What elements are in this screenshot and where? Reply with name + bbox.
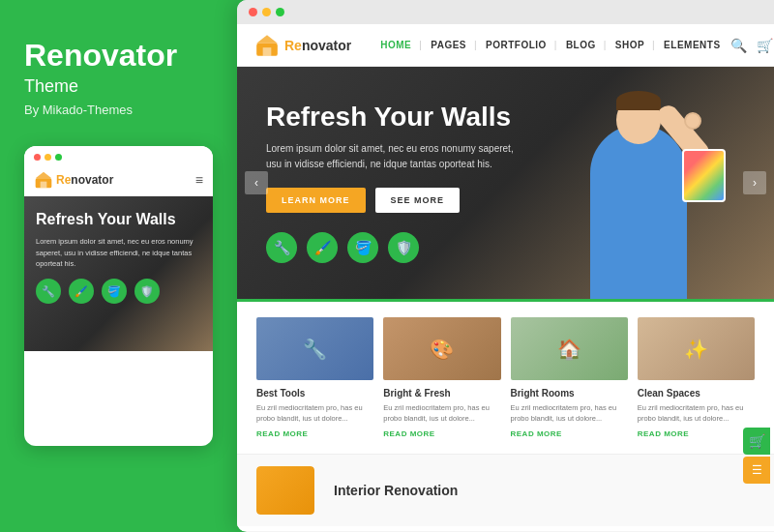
mobile-icon-tools: 🔧 [36,279,61,304]
nav-item-pages[interactable]: PAGES [421,40,476,50]
card-bright-fresh: 🎨 Bright & Fresh Eu zril mediocritatem p… [383,317,500,438]
left-panel: Renovator Theme By Mikado-Themes Renovat… [0,0,237,532]
desktop-site: Renovator HOME PAGES PORTFOLIO BLOG SHOP… [237,24,774,531]
card-link-clean-spaces[interactable]: READ MORE [638,429,755,438]
hero-content: Refresh Your Walls Lorem ipsum dolor sit… [237,74,547,293]
mobile-menu-icon[interactable]: ≡ [195,172,203,188]
card-title-best-tools: Best Tools [256,388,373,399]
mobile-icon-shield: 🛡️ [134,279,160,304]
browser-dot-green [276,8,284,16]
card-text-best-tools: Eu zril mediocritatem pro, has eu probo … [256,402,373,425]
bottom-section: Interior Renovation [237,454,774,526]
nav-item-elements[interactable]: ELEMENTS [654,40,729,50]
card-img-placeholder-2: 🎨 [383,317,500,380]
browser-dot-red [249,8,257,16]
nav-item-blog[interactable]: BLOG [556,40,606,50]
svg-rect-5 [263,47,272,56]
nav-item-shop[interactable]: SHOP [606,40,654,50]
hero-text: Lorem ipsum dolor sit amet, nec eu eros … [266,141,518,172]
hero-icon-brush: 🖌️ [307,232,338,263]
mobile-dot-1 [34,154,41,161]
mobile-logo-icon [34,170,53,190]
learn-more-button[interactable]: LEARN MORE [266,188,366,213]
card-title-clean-spaces: Clean Spaces [638,388,755,399]
card-img-best-tools: 🔧 [256,317,373,380]
site-logo-icon [254,33,280,58]
mobile-hero-text: Lorem ipsum dolor sit amet, nec eu eros … [36,236,201,269]
bottom-img-placeholder [256,466,314,515]
person-torso [590,125,687,299]
card-text-clean-spaces: Eu zril mediocritatem pro, has eu probo … [638,402,755,425]
mobile-dot-2 [45,154,51,161]
mobile-header: Renovator ≡ [24,166,213,196]
search-icon[interactable]: 🔍 [730,38,747,53]
hero-buttons: LEARN MORE SEE MORE [266,188,518,213]
mobile-icon-brush: 🖌️ [69,279,94,304]
card-img-bright-rooms: 🏠 [511,317,628,380]
see-more-button[interactable]: SEE MORE [375,188,461,213]
floating-list-button[interactable]: ☰ [743,457,770,484]
card-img-placeholder-1: 🔧 [256,317,373,380]
color-palette [682,149,726,202]
card-best-tools: 🔧 Best Tools Eu zril mediocritatem pro, … [256,317,373,438]
mobile-preview: Renovator ≡ Refresh Your Walls Lorem ips… [24,146,213,446]
mobile-logo-re: Renovator [56,173,113,187]
cards-section: 🔧 Best Tools Eu zril mediocritatem pro, … [237,299,774,454]
cart-icon[interactable]: 🛒 [757,38,773,53]
card-title-bright-rooms: Bright Rooms [511,388,628,399]
hero-icon-row: 🔧 🖌️ 🪣 🛡️ [266,232,518,263]
nav-icons: 🔍 🛒 ≡ [730,38,774,53]
bottom-title: Interior Renovation [334,483,458,498]
card-link-bright-rooms[interactable]: READ MORE [511,429,628,438]
mobile-icon-paint: 🪣 [102,279,127,304]
card-link-best-tools[interactable]: READ MORE [256,429,373,438]
theme-title: Renovator [24,39,213,73]
floating-cart-button[interactable]: 🛒 [743,428,770,455]
theme-subtitle: Theme [24,76,213,97]
card-link-bright-fresh[interactable]: READ MORE [383,429,500,438]
browser-dot-yellow [262,8,271,16]
nav-item-portfolio[interactable]: PORTFOLIO [476,40,556,50]
theme-author: By Mikado-Themes [24,103,213,117]
card-img-bright-fresh: 🎨 [383,317,500,380]
person-hair [616,91,661,110]
card-img-placeholder-4: ✨ [638,317,755,380]
card-img-placeholder-3: 🏠 [511,317,628,380]
mobile-hero-title: Refresh Your Walls [36,210,201,228]
hero-person-figure [542,76,735,299]
nav-item-home[interactable]: HOME [371,40,421,50]
hero-prev-arrow[interactable]: ‹ [245,171,268,194]
site-logo-text: Renovator [284,38,351,53]
mobile-hero: Refresh Your Walls Lorem ipsum dolor sit… [24,196,213,351]
mobile-logo: Renovator [34,170,113,190]
svg-marker-1 [36,172,52,179]
person-hand [684,112,701,130]
card-title-bright-fresh: Bright & Fresh [383,388,500,399]
bottom-image [256,466,314,515]
hero-next-arrow[interactable]: › [743,171,766,194]
mobile-browser-dots [24,146,213,166]
hero-icon-paint: 🪣 [347,232,378,263]
card-img-clean-spaces: ✨ [638,317,755,380]
browser-chrome [237,0,774,24]
mobile-dot-3 [55,154,62,161]
hero-icon-tools: 🔧 [266,232,297,263]
hero-icon-shield: 🛡️ [388,232,419,263]
card-bright-rooms: 🏠 Bright Rooms Eu zril mediocritatem pro… [511,317,628,438]
card-text-bright-rooms: Eu zril mediocritatem pro, has eu probo … [511,402,628,425]
svg-marker-4 [256,35,278,44]
site-nav: Renovator HOME PAGES PORTFOLIO BLOG SHOP… [237,24,774,67]
nav-items: HOME PAGES PORTFOLIO BLOG SHOP ELEMENTS [371,40,729,50]
site-logo: Renovator [254,33,351,58]
site-hero: ‹ Refresh Your Walls Lorem ipsum dolor s… [237,67,774,299]
hero-title: Refresh Your Walls [266,103,518,133]
card-text-bright-fresh: Eu zril mediocritatem pro, has eu probo … [383,402,500,425]
card-clean-spaces: ✨ Clean Spaces Eu zril mediocritatem pro… [638,317,755,438]
right-panel: Renovator HOME PAGES PORTFOLIO BLOG SHOP… [237,0,774,532]
mobile-icon-row: 🔧 🖌️ 🪣 🛡️ [36,279,201,304]
svg-rect-2 [41,182,47,189]
